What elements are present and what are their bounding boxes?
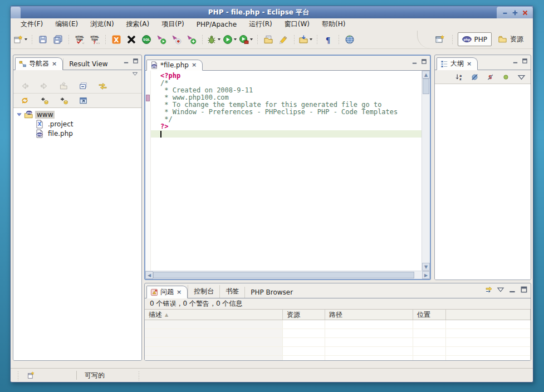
editor-tab-file-php[interactable]: php *file.php × <box>146 60 203 71</box>
minimize-button[interactable] <box>508 286 516 293</box>
apache-restart-button[interactable] <box>184 33 199 46</box>
view-menu-button[interactable] <box>516 71 527 82</box>
maximize-button[interactable] <box>511 8 519 17</box>
horizontal-scroll-thumb[interactable] <box>153 272 414 278</box>
horizontal-scrollbar[interactable]: ◀ ▶ <box>145 271 430 279</box>
expand-arrow-icon[interactable] <box>17 112 22 117</box>
column-header-2[interactable]: 路径 <box>325 310 413 320</box>
menu-item-4[interactable]: 项目(P) <box>157 18 189 30</box>
hide-variables-button[interactable] <box>469 71 480 82</box>
perspective-资源-button[interactable]: 资源 <box>493 32 528 46</box>
menu-item-7[interactable]: 窗口(W) <box>280 18 314 30</box>
tab-书签[interactable]: 书签 <box>219 285 244 298</box>
save-all-button[interactable] <box>51 33 65 46</box>
tab-navigator[interactable]: 导航器× <box>15 57 63 70</box>
menu-item-6[interactable]: 运行(R) <box>244 18 277 30</box>
close-icon[interactable]: × <box>176 290 182 295</box>
dropdown-arrow-icon[interactable] <box>308 37 313 41</box>
html-tidy-help-button[interactable]: HTMLTIDY?<> <box>87 33 102 46</box>
new-wizard-button[interactable] <box>13 33 28 46</box>
scroll-up-icon[interactable]: ▲ <box>422 71 430 79</box>
back-button[interactable] <box>17 80 32 92</box>
menu-item-5[interactable]: PHP/Apache <box>192 19 241 30</box>
perspective-label: PHP <box>474 36 488 43</box>
refresh-button[interactable] <box>17 95 32 107</box>
link-with-editor-button[interactable] <box>95 80 110 92</box>
debug-button[interactable] <box>206 33 222 46</box>
vertical-scrollbar[interactable]: ▲ ▼ <box>422 71 430 271</box>
horizontal-scroll-track[interactable] <box>153 271 422 279</box>
scroll-down-icon[interactable]: ▼ <box>422 263 430 271</box>
highlighter-button[interactable] <box>276 33 291 46</box>
code-editor[interactable]: <?php/* * Created on 2008-9-11 * www.php… <box>151 71 422 271</box>
minimize-icon[interactable] <box>512 58 518 64</box>
tree-item-file-php[interactable]: phpfile.php <box>13 129 141 138</box>
maximize-icon[interactable] <box>133 58 139 64</box>
html-tidy-check-button[interactable]: HTMLTIDY<> <box>72 33 87 46</box>
forward-button[interactable] <box>37 80 51 92</box>
view-menu-button[interactable] <box>497 286 504 293</box>
close-icon[interactable]: × <box>51 61 57 67</box>
public-filter-button[interactable] <box>500 71 511 82</box>
tab-问题[interactable]: 问题× <box>146 286 188 298</box>
scroll-left-icon[interactable]: ◀ <box>145 271 153 279</box>
column-header-3[interactable]: 位置 <box>413 310 446 320</box>
tab-控制台[interactable]: 控制台 <box>188 285 219 298</box>
annotation-ruler[interactable] <box>145 71 151 271</box>
minimize-icon[interactable] <box>123 58 129 64</box>
tree-item--project[interactable]: X.project <box>13 119 141 129</box>
prev-target-button[interactable] <box>37 95 51 107</box>
maximize-icon[interactable] <box>421 58 427 65</box>
save-button[interactable] <box>36 33 50 46</box>
hide-static-button[interactable]: S <box>484 71 496 82</box>
minimize-icon[interactable] <box>411 58 418 65</box>
tab-php-browser[interactable]: PHP Browser <box>244 287 298 298</box>
show-in-window-button[interactable] <box>76 95 90 107</box>
external-tools-button[interactable] <box>238 33 254 46</box>
run-button[interactable] <box>222 33 238 46</box>
filter-button[interactable] <box>485 286 493 293</box>
menu-item-3[interactable]: 搜索(A) <box>122 18 154 30</box>
perspective-php-button[interactable]: phpPHP <box>458 32 492 46</box>
dropdown-arrow-icon[interactable] <box>217 37 221 41</box>
maximize-button[interactable] <box>520 286 528 293</box>
next-target-button[interactable] <box>56 95 71 107</box>
close-button[interactable] <box>521 8 529 17</box>
titlebar[interactable]: PHP - file.php - Eclipse 平台 <box>11 6 533 18</box>
xampp-stop-button[interactable] <box>124 33 139 46</box>
mysql-start-button[interactable]: SQL <box>139 33 154 46</box>
vertical-scroll-track[interactable] <box>422 79 430 263</box>
column-header-0[interactable]: 描述▲ <box>145 310 283 320</box>
up-button[interactable] <box>56 80 71 92</box>
tree-item-www[interactable]: phpwww <box>13 110 141 119</box>
scroll-right-icon[interactable]: ▶ <box>422 271 430 279</box>
open-resource-button[interactable] <box>261 33 276 46</box>
fast-view-icon[interactable] <box>26 371 35 380</box>
menu-item-0[interactable]: 文件(F) <box>16 18 47 30</box>
close-icon[interactable]: × <box>191 62 197 68</box>
window-icon-tab[interactable] <box>11 7 21 18</box>
show-whitespace-button[interactable]: ¶ <box>321 33 335 46</box>
open-perspective-button[interactable] <box>433 33 447 46</box>
collapse-all-button[interactable] <box>76 80 90 92</box>
maximize-icon[interactable] <box>522 58 528 64</box>
sort-az-button[interactable]: az <box>453 71 464 82</box>
apache-stop-button[interactable] <box>169 33 184 46</box>
menu-item-8[interactable]: 帮助(H) <box>317 18 350 30</box>
menu-item-2[interactable]: 浏览(N) <box>86 18 118 30</box>
minimize-button[interactable] <box>501 8 509 17</box>
tab-outline[interactable]: 大纲 × <box>437 57 478 70</box>
dropdown-arrow-icon[interactable] <box>249 37 253 41</box>
web-browser-button[interactable] <box>342 33 357 46</box>
dropdown-arrow-icon[interactable] <box>23 37 28 41</box>
menu-item-1[interactable]: 编辑(E) <box>51 18 82 30</box>
vertical-scroll-thumb[interactable] <box>423 79 429 94</box>
xampp-start-button[interactable]: X <box>109 33 124 46</box>
view-menu-icon[interactable] <box>132 71 138 79</box>
column-header-1[interactable]: 资源 <box>283 310 325 320</box>
close-icon[interactable]: × <box>466 61 472 67</box>
apache-start-button[interactable] <box>154 33 169 46</box>
tab-result-view[interactable]: Result View <box>63 58 113 70</box>
dropdown-arrow-icon[interactable] <box>233 37 237 41</box>
last-edit-location-button[interactable] <box>298 33 313 46</box>
